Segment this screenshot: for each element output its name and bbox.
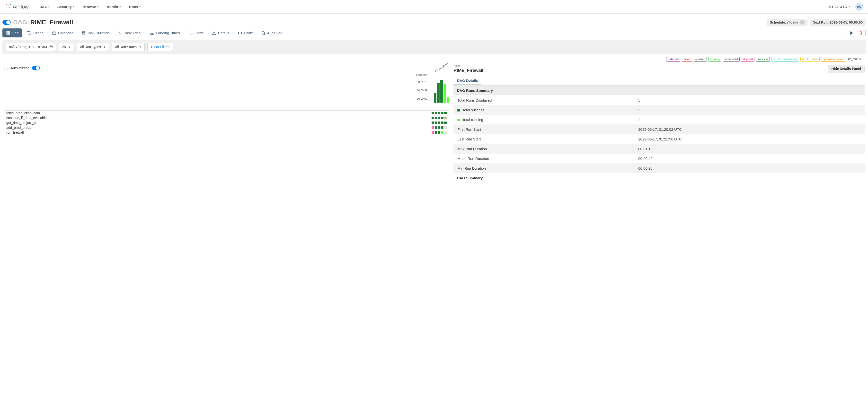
- task-cells: [432, 126, 449, 129]
- legend-success[interactable]: success: [756, 57, 770, 62]
- task-instance-cell[interactable]: [432, 117, 434, 119]
- tab-gantt[interactable]: Gantt: [185, 28, 207, 37]
- tab-landing-times[interactable]: Landing Times: [146, 28, 183, 37]
- svg-rect-13: [189, 32, 189, 32]
- tab-graph[interactable]: Graph: [24, 28, 47, 37]
- nav-dags[interactable]: DAGs: [36, 3, 53, 11]
- legend-queued[interactable]: queued: [694, 57, 707, 62]
- task-name[interactable]: fetch_production_data: [4, 111, 432, 115]
- run-button[interactable]: [847, 29, 856, 37]
- dag-label: DAG:: [13, 19, 29, 26]
- row-value: 5: [634, 95, 865, 105]
- task-instance-cell[interactable]: [435, 131, 437, 134]
- legend-deferred[interactable]: deferred: [666, 57, 681, 62]
- task-instance-cell[interactable]: [438, 131, 440, 134]
- tab-details[interactable]: Details: [209, 28, 232, 37]
- tab-code[interactable]: Code: [235, 28, 256, 37]
- legend-up-for-retry[interactable]: up_for_retry: [800, 57, 819, 62]
- row-label: Total success: [454, 105, 634, 115]
- brand[interactable]: Airflow: [5, 3, 29, 10]
- tab-task-duration[interactable]: Task Duration: [78, 28, 113, 37]
- task-instance-cell[interactable]: [444, 131, 447, 134]
- next-run-pill[interactable]: Next Run: 2018-08-05, 00:00:00: [810, 19, 866, 26]
- autorefresh-toggle[interactable]: [32, 66, 40, 70]
- filter-run-types[interactable]: All Run Types ▼: [77, 43, 109, 51]
- task-instance-cell[interactable]: [438, 126, 440, 129]
- dag-runs-summary-table: DAG Runs Summary Total Runs Displayed 5 …: [454, 86, 865, 183]
- task-instance-cell[interactable]: [435, 122, 437, 124]
- task-instance-cell[interactable]: [432, 131, 434, 134]
- run-bar[interactable]: [447, 97, 449, 103]
- task-instance-cell[interactable]: [438, 112, 440, 114]
- status-dot-running-icon: [457, 119, 460, 121]
- legend-upstream-failed[interactable]: upstream_failed: [821, 57, 845, 62]
- chevron-down-icon: ▼: [139, 6, 141, 8]
- run-bar[interactable]: [437, 83, 440, 103]
- run-bar[interactable]: [434, 93, 436, 103]
- avatar[interactable]: AU: [855, 3, 863, 11]
- run-duration-chart: Duration 00:01:19 00:00:39 00:00:00 Jul …: [420, 73, 449, 108]
- row-value: 2: [634, 115, 865, 124]
- chart-tick: 00:00:39: [416, 89, 427, 92]
- task-instance-cell[interactable]: [441, 122, 443, 124]
- nav-docs[interactable]: Docs▼: [126, 3, 145, 11]
- task-name[interactable]: add_prod_preds: [4, 126, 432, 129]
- task-instance-cell[interactable]: [438, 122, 440, 124]
- task-name[interactable]: get_rime_project_id: [4, 121, 432, 125]
- task-instance-cell[interactable]: [441, 131, 443, 134]
- delete-button[interactable]: [856, 29, 865, 37]
- legend-failed[interactable]: failed: [682, 57, 692, 62]
- task-instance-cell[interactable]: [444, 126, 447, 129]
- filter-run-states[interactable]: All Run States ▼: [112, 43, 145, 51]
- task-cells: [432, 117, 449, 119]
- task-instance-cell[interactable]: [432, 112, 434, 114]
- run-bar[interactable]: [443, 84, 446, 103]
- clear-filters-button[interactable]: Clear Filters: [148, 43, 173, 51]
- tab-grid[interactable]: Grid: [2, 28, 22, 37]
- task-instance-cell[interactable]: [435, 117, 437, 119]
- task-instance-cell[interactable]: [441, 112, 443, 114]
- nav-security[interactable]: Security▼: [54, 3, 78, 11]
- run-bar[interactable]: [440, 80, 443, 103]
- tab-audit-log[interactable]: Audit Log: [258, 28, 286, 37]
- task-instance-cell[interactable]: [441, 126, 443, 129]
- task-instance-cell[interactable]: [438, 117, 440, 119]
- task-instance-cell[interactable]: [432, 126, 434, 129]
- runs-summary-header: DAG Runs Summary: [454, 86, 865, 95]
- task-instance-cell[interactable]: [432, 122, 434, 124]
- row-label: Total running: [454, 115, 634, 124]
- svg-rect-18: [190, 34, 192, 34]
- row-label: Min Run Duration: [454, 163, 634, 173]
- legend-scheduled[interactable]: scheduled: [723, 57, 740, 62]
- task-name[interactable]: continue_if_data_available: [4, 116, 432, 120]
- filter-date[interactable]: 06/17/2022, 01:22:10 AM: [6, 43, 56, 51]
- task-instance-cell[interactable]: [441, 117, 443, 119]
- legend-up-for-reschedule[interactable]: up_for_reschedule: [771, 57, 799, 62]
- task-instance-cell[interactable]: [444, 112, 447, 114]
- legend-running[interactable]: running: [708, 57, 721, 62]
- task-instance-cell[interactable]: [435, 112, 437, 114]
- legend-no-status[interactable]: no_status: [847, 57, 862, 62]
- dag-toggle[interactable]: [2, 20, 11, 25]
- tab-task-tries[interactable]: Task Tries: [115, 28, 144, 37]
- task-instance-cell[interactable]: [444, 122, 447, 124]
- svg-rect-8: [53, 32, 56, 34]
- hide-details-button[interactable]: Hide Details Panel: [828, 65, 865, 73]
- legend-skipped[interactable]: skipped: [741, 57, 754, 62]
- clock[interactable]: 01:22 UTC ▼: [829, 5, 851, 9]
- chart-ylabel: Duration: [416, 73, 427, 77]
- tab-calendar[interactable]: Calendar: [49, 28, 76, 37]
- loading-spinner-icon: [4, 66, 8, 70]
- task-name[interactable]: run_firewall: [4, 130, 432, 134]
- nav-admin[interactable]: Admin▼: [103, 3, 125, 11]
- autorefresh-row: Auto-refresh: [4, 66, 449, 70]
- task-instance-cell[interactable]: [444, 117, 447, 119]
- brand-text: Airflow: [13, 4, 29, 10]
- svg-rect-17: [189, 34, 189, 34]
- task-row: add_prod_preds: [4, 125, 449, 130]
- task-instance-cell[interactable]: [435, 126, 437, 129]
- schedule-pill[interactable]: Schedule: @daily i: [767, 19, 807, 26]
- nav-browse[interactable]: Browse▼: [79, 3, 102, 11]
- subtab-dag-details[interactable]: DAG Details: [454, 76, 482, 85]
- filter-count[interactable]: 25 ▼: [59, 43, 74, 51]
